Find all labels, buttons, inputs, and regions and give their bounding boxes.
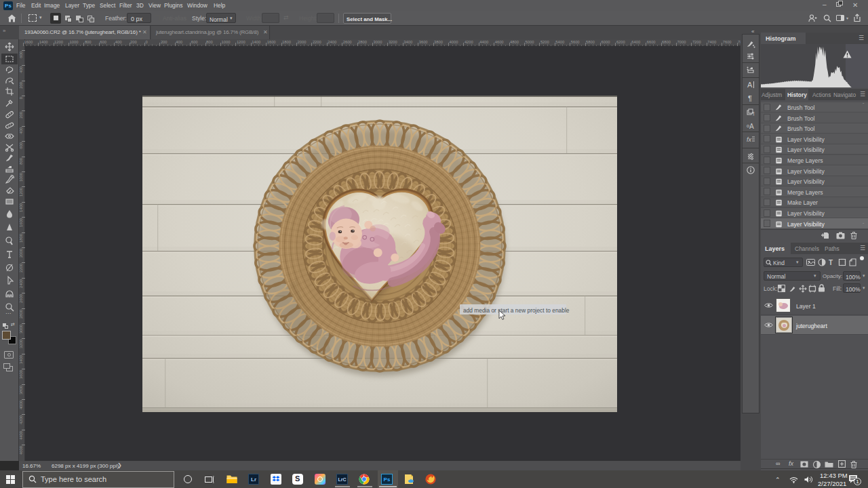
svg-text:A: A	[747, 81, 753, 89]
svg-text:add media or start a new proje: add media or start a new project to enab…	[463, 307, 570, 314]
svg-text:A: A	[749, 123, 754, 130]
svg-text:¶: ¶	[748, 94, 752, 102]
svg-text:fx: fx	[747, 136, 752, 143]
svg-text:¶: ¶	[752, 111, 755, 116]
